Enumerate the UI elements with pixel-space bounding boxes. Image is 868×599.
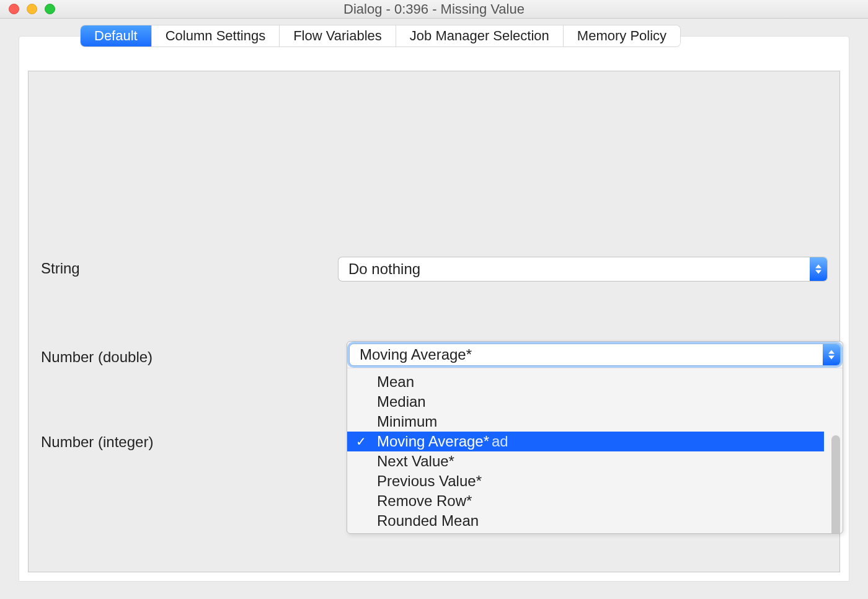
- svg-marker-0: [815, 265, 822, 268]
- select-double-value: Moving Average*: [350, 346, 472, 363]
- label-integer: Number (integer): [41, 431, 339, 451]
- dropdown-item-mean[interactable]: ✓Mean: [347, 372, 843, 392]
- dropdown-item-next-value[interactable]: ✓Next Value*: [347, 451, 843, 471]
- tab-memory-policy[interactable]: Memory Policy: [564, 25, 680, 47]
- tab-flow-variables[interactable]: Flow Variables: [280, 25, 396, 47]
- dropdown-popup: Moving Average* ✓Mean ✓Median ✓Minimum ✓…: [347, 341, 843, 534]
- select-string-value: Do nothing: [339, 260, 420, 278]
- tab-job-manager-selection[interactable]: Job Manager Selection: [396, 25, 564, 47]
- label-double: Number (double): [41, 346, 339, 366]
- chevron-updown-icon: [810, 257, 827, 281]
- ghost-text-ad: ad: [492, 433, 508, 450]
- dropdown-item-minimum[interactable]: ✓Minimum: [347, 412, 843, 432]
- dropdown-item-moving-average[interactable]: ✓Moving Average*ad: [347, 432, 824, 451]
- dropdown-item-previous-value[interactable]: ✓Previous Value*: [347, 471, 843, 491]
- tab-bar: Default Column Settings Flow Variables J…: [81, 25, 680, 47]
- svg-marker-3: [828, 356, 835, 360]
- title-bar: Dialog - 0:396 - Missing Value: [0, 0, 868, 19]
- window-title: Dialog - 0:396 - Missing Value: [0, 1, 868, 17]
- select-string[interactable]: Do nothing: [339, 257, 827, 281]
- chevron-updown-icon: [823, 344, 840, 365]
- tab-column-settings[interactable]: Column Settings: [152, 25, 280, 47]
- window-controls: [9, 4, 55, 14]
- dropdown-menu: ✓Mean ✓Median ✓Minimum ✓Moving Average*a…: [347, 368, 843, 533]
- dropdown-item-rounded-mean[interactable]: ✓Rounded Mean: [347, 511, 843, 531]
- select-double[interactable]: Moving Average*: [347, 344, 843, 368]
- row-string: String Do nothing: [41, 257, 827, 281]
- label-string: String: [41, 257, 339, 277]
- maximize-window-button[interactable]: [45, 4, 55, 14]
- minimize-window-button[interactable]: [27, 4, 37, 14]
- dropdown-scrollbar[interactable]: [831, 435, 840, 534]
- close-window-button[interactable]: [9, 4, 19, 14]
- dropdown-item-remove-row[interactable]: ✓Remove Row*: [347, 491, 843, 511]
- svg-marker-1: [815, 270, 822, 274]
- svg-marker-2: [828, 350, 835, 354]
- tab-default[interactable]: Default: [81, 25, 152, 47]
- window-content: Default Column Settings Flow Variables J…: [0, 19, 868, 599]
- dropdown-item-median[interactable]: ✓Median: [347, 392, 843, 412]
